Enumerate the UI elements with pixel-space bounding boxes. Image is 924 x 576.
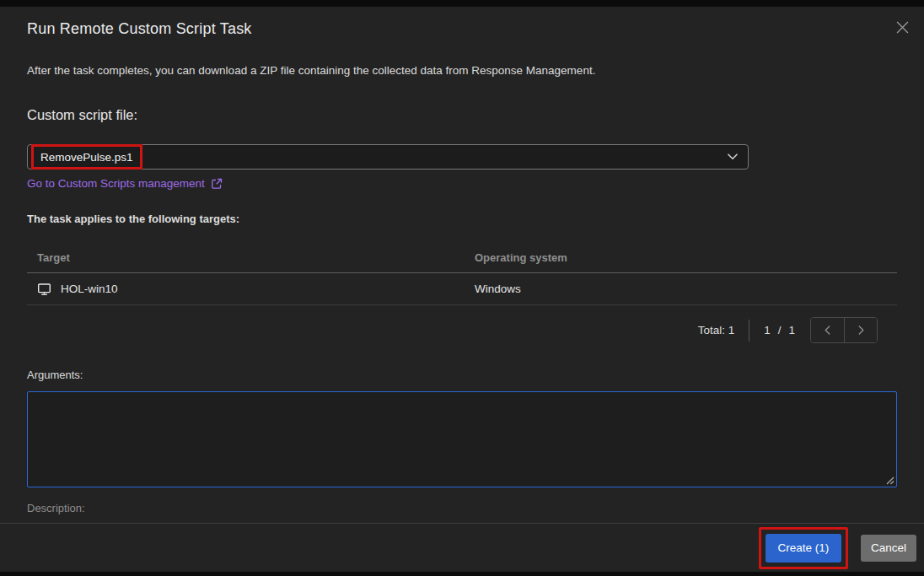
chevron-right-icon	[858, 326, 864, 335]
column-header-operating-system: Operating system	[475, 251, 897, 264]
targets-table-header: Target Operating system	[27, 243, 897, 273]
arguments-label: Arguments:	[27, 369, 897, 381]
red-annotation-create-button: Create (1)	[759, 527, 848, 569]
pagination-separator: /	[778, 324, 782, 336]
target-os: Windows	[475, 283, 897, 295]
custom-scripts-management-link[interactable]: Go to Custom Scripts management	[27, 177, 223, 190]
arguments-field-wrap	[27, 391, 897, 487]
previous-page-button[interactable]	[811, 318, 844, 342]
selected-script-file: RemovePulse.ps1	[40, 151, 133, 164]
pagination-current-page: 1	[764, 324, 771, 336]
custom-script-file-label: Custom script file:	[27, 105, 897, 124]
dialog-footer: Create (1) Cancel	[0, 523, 924, 572]
chevron-left-icon	[825, 326, 830, 335]
chevron-down-icon	[728, 153, 738, 160]
close-button[interactable]	[894, 19, 911, 35]
pagination-pages: 1 / 1	[764, 324, 795, 336]
cancel-button[interactable]: Cancel	[861, 535, 916, 562]
pagination-pager	[810, 317, 878, 343]
intro-text: After the task completes, you can downlo…	[27, 64, 897, 78]
description-label: Description:	[27, 502, 897, 514]
column-header-target: Target	[27, 251, 475, 264]
custom-scripts-management-link-label: Go to Custom Scripts management	[27, 177, 205, 190]
target-name: HOL-win10	[61, 283, 118, 295]
dialog-title: Run Remote Custom Script Task	[27, 7, 897, 39]
pagination-divider	[749, 320, 749, 342]
targets-heading: The task applies to the following target…	[27, 213, 897, 225]
table-row[interactable]: HOL-win10 Windows	[27, 273, 897, 305]
pagination-bar: Total: 1 1 / 1	[27, 317, 897, 343]
monitor-icon	[37, 283, 51, 296]
external-link-icon	[211, 178, 223, 190]
run-remote-custom-script-task-dialog: Run Remote Custom Script Task After the …	[0, 7, 924, 572]
custom-script-file-select[interactable]: RemovePulse.ps1	[27, 144, 749, 170]
arguments-input[interactable]	[27, 391, 897, 487]
red-annotation-script-file: RemovePulse.ps1	[31, 144, 142, 170]
next-page-button[interactable]	[844, 318, 877, 342]
create-button[interactable]: Create (1)	[766, 534, 841, 563]
targets-table: Target Operating system HOL-win10 Window…	[27, 243, 897, 305]
pagination-total: Total: 1	[698, 324, 735, 336]
close-icon	[896, 21, 909, 34]
pagination-total-pages: 1	[788, 324, 795, 336]
